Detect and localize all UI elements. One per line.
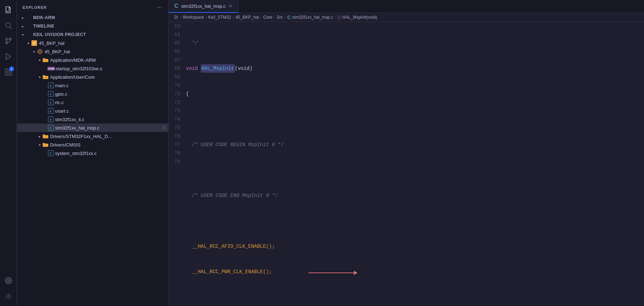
tree-label-timeline: TIMELINE	[33, 24, 165, 29]
editor-area: C stm32f1xx_hal_msp.c ✕ D: › Workspace ›…	[169, 0, 644, 306]
code-line-66	[186, 115, 638, 124]
svg-marker-6	[6, 54, 11, 60]
breadcrumb-d: D:	[174, 15, 179, 20]
tree-item-stm32-it[interactable]: c stm32f1xx_it.c	[17, 115, 168, 124]
breadcrumb-function[interactable]: HAL_MspInit(void)	[342, 15, 377, 20]
tab-stm32-hal-msp[interactable]: C stm32f1xx_hal_msp.c ✕	[169, 0, 239, 13]
breadcrumb-workspace[interactable]: Workspace	[183, 15, 204, 20]
tree-arrow-keil	[20, 32, 25, 37]
code-content[interactable]: */ void HAL_MspInit(void) { /* USER CODE…	[186, 22, 644, 306]
extensions-icon[interactable]: 1	[1, 65, 16, 79]
tree-label-app-user-core: Application/User/Core	[50, 74, 165, 80]
tab-bar: C stm32f1xx_hal_msp.c ✕	[169, 0, 644, 13]
activity-bar: 1	[0, 0, 17, 306]
tree-label-app-mdk-arm: Application/MDK-ARM	[50, 58, 165, 63]
tree-item-45bkphal-sub[interactable]: 45_BKP_hal	[17, 47, 168, 56]
tree-label-system-stm32: system_stm32f1xx.c	[55, 151, 165, 156]
code-line-63: */	[186, 39, 638, 47]
tree-item-app-mdk-arm[interactable]: Application/MDK-ARM	[17, 56, 168, 64]
tree-item-45bkphal[interactable]: P 45_BKP_hal	[17, 39, 168, 47]
svg-line-2	[10, 27, 12, 29]
tree-label-45bkphal-sub: 45_BKP_hal	[44, 49, 165, 54]
code-line-73	[186, 293, 638, 301]
tree-item-keil[interactable]: KEIL UVISION PROJECT	[17, 30, 168, 39]
tree-item-gpio-c[interactable]: c gpio.c	[17, 90, 168, 98]
tree-label-keil: KEIL UVISION PROJECT	[33, 32, 165, 37]
breadcrumb-sep2: ›	[205, 15, 207, 20]
svg-rect-0	[6, 7, 9, 11]
c-file-icon-system-stm32: c	[48, 150, 54, 156]
tree-item-rtc-c[interactable]: c rtc.c	[17, 98, 168, 107]
tree-item-drivers-stm32[interactable]: Drivers/STM32F1xx_HAL_D...	[17, 132, 168, 140]
svg-point-13	[5, 277, 11, 284]
breadcrumb-sep1: ›	[180, 15, 181, 20]
tab-filename: stm32f1xx_hal_msp.c	[181, 4, 226, 9]
c-file-icon-usart: c	[48, 108, 54, 114]
svg-point-14	[7, 295, 10, 297]
settings-icon[interactable]	[1, 289, 16, 303]
folder-icon-app-mdk-arm	[42, 57, 49, 63]
tree-item-mdk-arm[interactable]: MDK-ARM	[17, 13, 168, 22]
tree-item-drivers-cmsis[interactable]: Drivers/CMSIS	[17, 140, 168, 149]
tree-item-main-c[interactable]: c main.c	[17, 81, 168, 90]
line-numbers: 63 64 65 66 67 68 69 70 71 72 73 74 75 7…	[169, 22, 186, 306]
svg-rect-7	[5, 69, 7, 71]
tree-label-drivers-cmsis: Drivers/CMSIS	[50, 142, 165, 148]
svg-point-4	[9, 38, 11, 40]
tab-close-button[interactable]: ✕	[228, 3, 233, 9]
copy-icon[interactable]: ⎘	[163, 125, 165, 130]
breadcrumb-core[interactable]: Core	[263, 15, 272, 20]
code-line-64: void HAL_MspInit(void)	[186, 64, 638, 73]
sidebar-more-button[interactable]: ···	[157, 4, 163, 11]
remote-icon[interactable]	[1, 274, 16, 288]
run-icon[interactable]	[1, 49, 16, 64]
folder-icon-keil	[25, 31, 32, 38]
svg-point-12	[6, 279, 10, 283]
tree-item-system-stm32[interactable]: c system_stm32f1xx.c	[17, 149, 168, 157]
code-line-69: /* USER CODE END MspInit 0 */	[186, 191, 638, 200]
tree-item-timeline[interactable]: TIMELINE	[17, 22, 168, 30]
tree-label-gpio-c: gpio.c	[55, 91, 165, 97]
code-area[interactable]: 63 64 65 66 67 68 69 70 71 72 73 74 75 7…	[169, 22, 644, 306]
breadcrumb-45bkp[interactable]: 45_BKP_hal	[235, 15, 259, 20]
tree-item-usart-c[interactable]: c usart.c	[17, 107, 168, 115]
files-icon[interactable]	[1, 3, 16, 17]
breadcrumb: D: › Workspace › Keil_STM32 › 45_BKP_hal…	[169, 13, 644, 22]
tree-label-stm32-it: stm32f1xx_it.c	[55, 117, 165, 122]
tree-arrow-app-mdk-arm	[37, 57, 42, 63]
breadcrumb-c-icon: C	[287, 14, 291, 20]
sidebar-tree: MDK-ARM TIMELINE KEIL UVISION PROJECT P …	[17, 13, 168, 306]
tree-label-stm32-hal-msp: stm32f1xx_hal_msp.c	[55, 125, 162, 131]
search-icon[interactable]	[1, 18, 16, 32]
tree-item-app-user-core[interactable]: Application/User/Core	[17, 73, 168, 81]
breadcrumb-sep7: ›	[335, 15, 336, 20]
breadcrumb-src[interactable]: Src	[277, 15, 283, 20]
tree-arrow-45bkphal	[25, 40, 31, 46]
folder-icon-drivers-cmsis	[42, 142, 49, 148]
tree-arrow-app-user-core	[37, 74, 42, 80]
tree-item-startup[interactable]: ASM startup_stm32f103xe.s	[17, 64, 168, 73]
gear-icon-45bkphal-sub	[37, 48, 43, 55]
sidebar-title: EXPLORER	[23, 5, 47, 10]
code-line-67: /* USER CODE BEGIN MspInit 0 */	[186, 140, 638, 149]
code-line-71: __HAL_RCC_AFIO_CLK_ENABLE();	[186, 242, 638, 251]
breadcrumb-sep4: ›	[260, 15, 262, 20]
c-file-icon-gpio: c	[48, 91, 54, 97]
tab-c-file-icon: C	[174, 3, 179, 9]
extensions-badge: 1	[9, 66, 14, 71]
breadcrumb-keil[interactable]: Keil_STM32	[208, 15, 231, 20]
folder-icon-drivers-stm32	[42, 133, 49, 139]
tree-arrow-drivers-cmsis	[37, 142, 42, 148]
tree-label-45bkphal: 45_BKP_hal	[39, 41, 165, 46]
tree-label-startup: startup_stm32f103xe.s	[56, 66, 165, 71]
c-file-icon-rtc: c	[48, 100, 54, 105]
code-line-72: __HAL_RCC_PWR_CLK_ENABLE();	[186, 268, 638, 276]
c-file-icon-stm32-hal-msp: c	[48, 125, 54, 131]
red-arrow-indicator	[272, 259, 357, 284]
sidebar: EXPLORER ··· MDK-ARM TIMELINE KEIL UVISI…	[17, 0, 169, 306]
source-control-icon[interactable]	[1, 34, 16, 48]
tree-label-mdk-arm: MDK-ARM	[33, 15, 165, 20]
fn-highlight: HAL_MspInit	[201, 64, 235, 73]
breadcrumb-filename[interactable]: stm32f1xx_hal_msp.c	[292, 15, 333, 20]
tree-item-stm32-hal-msp[interactable]: c stm32f1xx_hal_msp.c ⎘	[17, 124, 168, 132]
